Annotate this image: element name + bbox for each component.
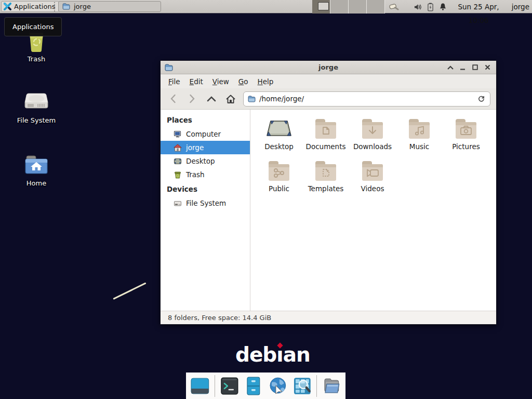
desktop-icon-home[interactable]: Home bbox=[11, 152, 61, 187]
applications-menu-button[interactable]: Applications bbox=[1, 1, 59, 12]
folder-item-label: Pictures bbox=[452, 142, 480, 151]
folder-item-desktop[interactable]: Desktop bbox=[256, 117, 302, 151]
folder-item-label: Desktop bbox=[264, 142, 294, 151]
folder-icon bbox=[62, 3, 70, 10]
web-browser-icon[interactable] bbox=[268, 376, 288, 396]
videos-folder-icon bbox=[360, 159, 385, 182]
drive-icon bbox=[174, 200, 182, 207]
file-manager-icon[interactable] bbox=[322, 376, 341, 396]
application-finder-icon[interactable] bbox=[292, 376, 312, 396]
panel-username[interactable]: jorge bbox=[512, 0, 529, 14]
folder-item-label: Videos bbox=[361, 184, 384, 193]
taskbar-window-button[interactable]: jorge bbox=[58, 1, 161, 12]
volume-icon[interactable] bbox=[413, 2, 423, 12]
statusbar: 8 folders, Free space: 14.4 GiB bbox=[161, 311, 496, 324]
menu-help[interactable]: Help bbox=[253, 75, 278, 88]
menu-edit[interactable]: Edit bbox=[185, 75, 208, 88]
folder-item-music[interactable]: Music bbox=[396, 117, 443, 151]
folder-item-label: Documents bbox=[306, 142, 346, 151]
logo-text: deb bbox=[235, 343, 276, 366]
battery-icon[interactable] bbox=[425, 2, 435, 12]
applications-menu-icon bbox=[4, 3, 11, 10]
sidebar: Places Computer jorge bbox=[161, 110, 250, 311]
home-icon bbox=[174, 144, 182, 152]
workspace-3[interactable] bbox=[349, 0, 367, 14]
bottom-dock bbox=[186, 373, 345, 399]
location-path[interactable]: /home/jorge/ bbox=[259, 95, 304, 103]
location-bar[interactable]: /home/jorge/ bbox=[243, 91, 490, 107]
wallpaper-line-decoration bbox=[113, 282, 146, 299]
applications-tooltip: Applications bbox=[4, 17, 62, 36]
file-cabinet-icon[interactable] bbox=[244, 376, 263, 396]
pictures-folder-icon bbox=[454, 117, 478, 140]
forward-button[interactable] bbox=[185, 92, 199, 105]
close-button[interactable] bbox=[483, 63, 492, 72]
up-button[interactable] bbox=[205, 92, 218, 105]
trash-icon bbox=[174, 171, 182, 179]
desktop-icon-label: Trash bbox=[28, 55, 45, 63]
toolbar: /home/jorge/ bbox=[161, 88, 496, 110]
window-titlebar[interactable]: jorge bbox=[161, 61, 496, 74]
panel-clock[interactable]: Sun 25 Apr, 10:06 bbox=[447, 0, 510, 14]
sidebar-item-jorge[interactable]: jorge bbox=[161, 141, 250, 154]
menu-view[interactable]: View bbox=[208, 75, 234, 88]
sidebar-item-label: Trash bbox=[186, 170, 205, 179]
home-button[interactable] bbox=[224, 92, 237, 105]
terminal-icon[interactable] bbox=[220, 376, 240, 396]
top-panel: Applications jorge bbox=[0, 0, 532, 14]
folder-item-pictures[interactable]: Pictures bbox=[443, 117, 489, 151]
folder-view[interactable]: Desktop Documents bbox=[250, 110, 496, 311]
sidebar-item-label: Desktop bbox=[186, 157, 215, 165]
folder-item-templates[interactable]: Templates bbox=[302, 159, 349, 193]
taskbar-window-label: jorge bbox=[74, 3, 91, 10]
sidebar-item-computer[interactable]: Computer bbox=[161, 127, 250, 141]
show-desktop-icon[interactable] bbox=[190, 376, 210, 396]
sidebar-item-label: File System bbox=[186, 199, 226, 207]
templates-folder-icon bbox=[313, 159, 338, 182]
menubar: File Edit View Go Help bbox=[161, 74, 496, 88]
public-folder-icon bbox=[267, 159, 291, 182]
menu-go[interactable]: Go bbox=[234, 75, 253, 88]
folder-item-documents[interactable]: Documents bbox=[302, 117, 349, 151]
reload-button[interactable] bbox=[475, 93, 487, 104]
minimize-button[interactable] bbox=[458, 63, 467, 72]
dock-separator bbox=[215, 375, 215, 397]
sidebar-header-places: Places bbox=[161, 112, 250, 127]
workspace-window-thumb bbox=[318, 2, 329, 10]
shade-button[interactable] bbox=[446, 63, 455, 72]
desktop-icon-file-system[interactable]: File System bbox=[11, 88, 61, 124]
sidebar-item-label: Computer bbox=[186, 130, 221, 138]
desktop-icon-label: Home bbox=[26, 179, 46, 187]
downloads-folder-icon bbox=[360, 117, 385, 140]
folder-item-label: Downloads bbox=[353, 142, 392, 151]
maximize-button[interactable] bbox=[471, 63, 480, 72]
notifications-icon[interactable] bbox=[437, 2, 448, 12]
sidebar-item-label: jorge bbox=[186, 143, 204, 152]
computer-icon bbox=[174, 130, 182, 138]
dock-separator bbox=[316, 375, 317, 397]
folder-item-public[interactable]: Public bbox=[256, 159, 302, 193]
desktop-mat-icon bbox=[265, 117, 292, 140]
panel-handle[interactable] bbox=[54, 2, 56, 11]
applications-menu-label: Applications bbox=[14, 3, 55, 10]
workspace-1[interactable] bbox=[312, 0, 330, 14]
sidebar-item-trash[interactable]: Trash bbox=[161, 168, 250, 181]
back-button[interactable] bbox=[166, 92, 180, 105]
sidebar-item-desktop[interactable]: Desktop bbox=[161, 154, 250, 168]
sidebar-item-file-system[interactable]: File System bbox=[161, 196, 250, 210]
file-manager-window: jorge File Edit View Go Help bbox=[160, 60, 497, 325]
menu-file[interactable]: File bbox=[164, 75, 185, 88]
workspace-2[interactable] bbox=[330, 0, 349, 14]
documents-folder-icon bbox=[313, 117, 338, 140]
folder-item-label: Music bbox=[409, 142, 429, 151]
peripheral-icon[interactable] bbox=[389, 2, 399, 12]
hard-drive-icon bbox=[23, 88, 49, 113]
desktop-icon bbox=[174, 157, 182, 165]
debian-logo: debıan bbox=[235, 343, 310, 366]
folder-item-label: Templates bbox=[308, 184, 344, 193]
sidebar-header-devices: Devices bbox=[161, 181, 250, 196]
folder-item-downloads[interactable]: Downloads bbox=[349, 117, 396, 151]
workspace-4[interactable] bbox=[367, 0, 385, 14]
desktop: { "colors": { "desktop_bg": "#0c0c26", "… bbox=[0, 0, 532, 399]
folder-item-videos[interactable]: Videos bbox=[349, 159, 396, 193]
